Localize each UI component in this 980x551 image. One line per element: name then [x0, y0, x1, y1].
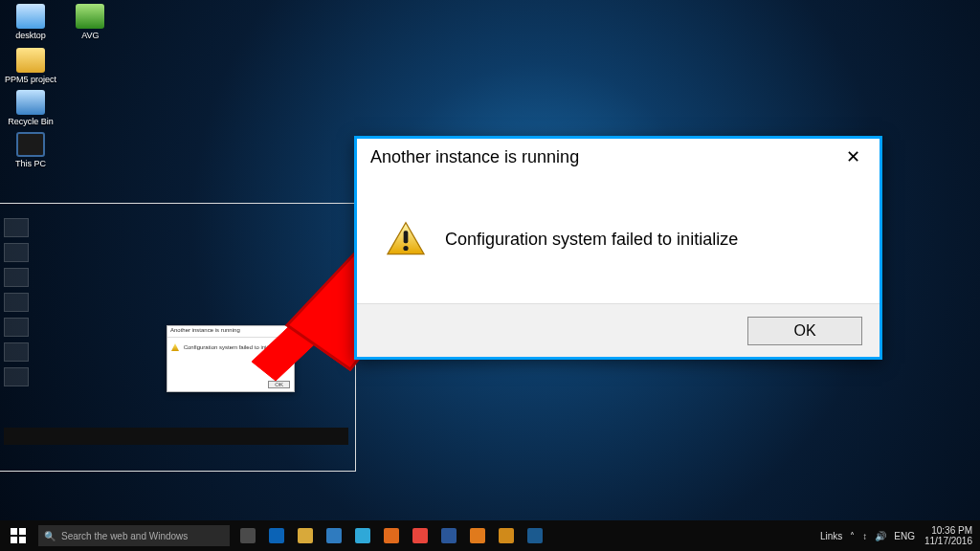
desktop-icon-ppm5[interactable]: PPM5 project	[4, 48, 57, 84]
svg-rect-9	[11, 537, 17, 543]
mini-dialog-title: Another instance is running	[170, 327, 240, 333]
svg-rect-7	[11, 528, 17, 535]
taskbar-app-firefox[interactable]	[377, 520, 406, 551]
taskbar-app-task-view[interactable]	[234, 520, 262, 551]
network-icon[interactable]: ↕	[862, 531, 867, 541]
start-button[interactable]	[0, 520, 36, 551]
embedded-desktop: Another instance is running ✕ Configurat…	[4, 249, 348, 445]
taskbar-app-ai[interactable]	[492, 520, 521, 551]
taskbar-app-store[interactable]	[320, 520, 348, 551]
clock-time: 10:36 PM	[924, 525, 972, 536]
task-view-icon	[240, 528, 256, 543]
icon-label: desktop	[4, 31, 57, 40]
taskbar-app-vlc[interactable]	[463, 520, 492, 551]
icon-label: PPM5 project	[4, 75, 57, 84]
taskbar-search[interactable]: 🔍 Search the web and Windows	[38, 525, 230, 546]
search-icon: 🔍	[44, 531, 56, 541]
icon-label: AVG	[63, 31, 117, 40]
store-icon	[326, 528, 342, 543]
chrome-icon	[412, 528, 428, 543]
error-dialog-highlight-frame: Another instance is running ✕	[354, 136, 882, 360]
windows-icon	[11, 528, 26, 543]
taskbar-app-mail[interactable]	[348, 520, 377, 551]
svg-rect-5	[404, 231, 409, 243]
clock-date: 11/17/2016	[924, 536, 972, 546]
ps-icon	[527, 528, 543, 543]
desktop-icons: desktop AVG PPM5 project Recycle Bin Thi…	[2, 2, 136, 174]
volume-icon[interactable]: 🔊	[875, 531, 886, 541]
system-tray: Links ˄ ↕ 🔊 ENG	[811, 520, 924, 551]
mini-taskbar	[4, 428, 348, 445]
dialog-title: Another instance is running	[370, 147, 834, 167]
taskbar-app-ps[interactable]	[521, 520, 549, 551]
taskbar-clock[interactable]: 10:36 PM 11/17/2016	[924, 525, 980, 546]
dialog-content: Configuration system failed to initializ…	[357, 191, 880, 287]
dialog-titlebar[interactable]: Another instance is running ✕	[357, 139, 880, 175]
icon-label: Recycle Bin	[4, 117, 57, 126]
mini-dialog-message: Configuration system failed to initializ…	[184, 344, 281, 350]
desktop-icon-this-pc[interactable]: This PC	[4, 132, 57, 168]
small-desktop-icon[interactable]	[4, 218, 29, 237]
icon-label: This PC	[4, 159, 57, 168]
recycle-bin-icon	[16, 90, 45, 115]
search-placeholder: Search the web and Windows	[61, 531, 188, 541]
desktop-icon-recycle-bin[interactable]: Recycle Bin	[4, 90, 57, 126]
taskbar-app-chrome[interactable]	[406, 520, 434, 551]
mini-error-dialog: Another instance is running ✕ Configurat…	[167, 325, 295, 392]
warning-icon	[386, 221, 426, 257]
close-button[interactable]: ✕	[834, 143, 872, 171]
tray-links[interactable]: Links	[820, 531, 842, 541]
mail-icon	[355, 528, 370, 543]
explorer-icon	[298, 528, 313, 543]
error-dialog: Another instance is running ✕	[357, 139, 880, 357]
svg-rect-10	[19, 537, 26, 543]
folder-icon	[16, 48, 45, 73]
desktop-icon-desktop[interactable]: desktop	[4, 4, 57, 40]
taskbar-app-explorer[interactable]	[291, 520, 320, 551]
folder-icon	[16, 4, 45, 29]
firefox-icon	[384, 528, 399, 543]
taskbar-app-word[interactable]	[434, 520, 463, 551]
this-pc-icon	[16, 132, 45, 157]
svg-point-6	[403, 246, 408, 251]
taskbar-app-edge[interactable]	[262, 520, 291, 551]
dialog-button-bar: OK	[357, 303, 880, 357]
ai-icon	[499, 528, 514, 543]
dialog-message: Configuration system failed to initializ…	[445, 230, 738, 250]
taskbar: 🔍 Search the web and Windows Links ˄ ↕ 🔊…	[0, 520, 980, 551]
warning-icon	[171, 343, 179, 351]
avg-icon	[76, 4, 104, 29]
desktop-icon-avg[interactable]: AVG	[63, 4, 117, 40]
taskbar-apps	[234, 520, 549, 551]
language-indicator[interactable]: ENG	[894, 531, 915, 541]
mini-ok-button[interactable]: OK	[268, 381, 290, 388]
vlc-icon	[470, 528, 485, 543]
ok-button[interactable]: OK	[747, 317, 862, 345]
mini-dialog-titlebar: Another instance is running ✕	[167, 326, 294, 338]
svg-rect-8	[19, 528, 26, 535]
close-icon: ✕	[846, 146, 860, 167]
close-icon[interactable]: ✕	[285, 327, 291, 335]
chevron-up-icon[interactable]: ˄	[850, 531, 855, 541]
edge-icon	[269, 528, 284, 543]
word-icon	[441, 528, 457, 543]
